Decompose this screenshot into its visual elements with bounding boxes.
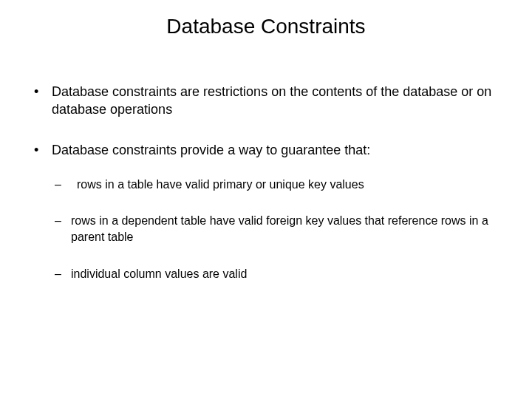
slide-title: Database Constraints xyxy=(30,15,502,38)
sub-item: – rows in a dependent table have valid f… xyxy=(52,213,502,245)
bullet-marker: • xyxy=(30,83,52,100)
sub-marker: – xyxy=(52,177,71,193)
bullet-text: Database constraints are restrictions on… xyxy=(52,83,502,119)
sub-item: – rows in a table have valid primary or … xyxy=(52,177,502,193)
bullet-list: • Database constraints are restrictions … xyxy=(30,83,502,282)
bullet-item: • Database constraints provide a way to … xyxy=(30,141,502,282)
sub-marker: – xyxy=(52,266,71,282)
bullet-marker: • xyxy=(30,141,52,159)
sub-text: rows in a dependent table have valid for… xyxy=(71,213,502,245)
bullet-text: Database constraints provide a way to gu… xyxy=(52,141,502,159)
sub-text: individual column values are valid xyxy=(71,266,502,282)
sub-marker: – xyxy=(52,213,71,229)
sub-item: – individual column values are valid xyxy=(52,266,502,282)
sub-list: – rows in a table have valid primary or … xyxy=(30,177,502,282)
sub-text: rows in a table have valid primary or un… xyxy=(71,177,502,193)
bullet-item: • Database constraints are restrictions … xyxy=(30,83,502,119)
